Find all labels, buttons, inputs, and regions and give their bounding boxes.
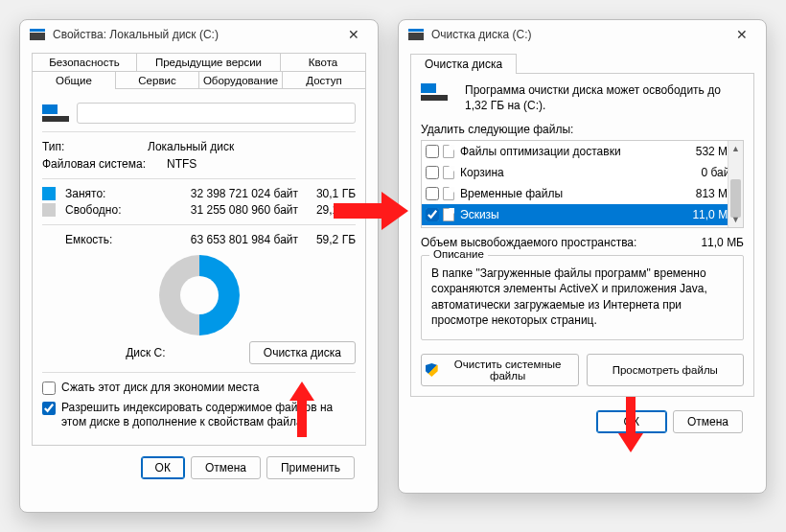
ok-button[interactable]: ОК bbox=[141, 456, 185, 479]
file-icon bbox=[443, 145, 454, 158]
used-swatch bbox=[42, 187, 56, 200]
titlebar[interactable]: Свойства: Локальный диск (C:) ✕ bbox=[20, 20, 378, 49]
disk-icon bbox=[42, 104, 77, 122]
compress-checkbox-row[interactable]: Сжать этот диск для экономии места bbox=[42, 381, 356, 395]
used-bytes: 32 398 721 024 байт bbox=[138, 187, 310, 200]
tab-quota[interactable]: Квота bbox=[281, 53, 366, 71]
tab-hardware[interactable]: Оборудование bbox=[199, 71, 283, 89]
tab-panel: Программа очистки диска может освободить… bbox=[410, 73, 754, 397]
free-bytes: 31 255 080 960 байт bbox=[138, 203, 310, 217]
used-label: Занято: bbox=[65, 187, 138, 200]
tab-previous-versions[interactable]: Предыдущие версии bbox=[137, 53, 281, 71]
cancel-button[interactable]: Отмена bbox=[673, 410, 743, 433]
tabs-row-top: Безопасность Предыдущие версии Квота bbox=[32, 53, 366, 71]
fs-label: Файловая система: bbox=[42, 157, 167, 171]
disk-cleanup-button[interactable]: Очистка диска bbox=[249, 341, 356, 364]
tab-content: Тип:Локальный диск Файловая система:NTFS… bbox=[32, 88, 366, 446]
description-legend: Описание bbox=[429, 248, 488, 260]
scroll-up-icon[interactable]: ▲ bbox=[728, 141, 743, 156]
free-gb: 29,1 ГБ bbox=[310, 203, 356, 217]
file-name: Корзина bbox=[460, 166, 682, 179]
file-name: Временные файлы bbox=[460, 187, 682, 200]
tab-general[interactable]: Общие bbox=[32, 71, 116, 89]
compress-checkbox[interactable] bbox=[42, 382, 56, 395]
drive-icon bbox=[421, 83, 455, 113]
file-list-row[interactable]: Временные файлы813 МБ bbox=[422, 183, 743, 204]
used-gb: 30,1 ГБ bbox=[310, 187, 356, 200]
file-icon bbox=[443, 208, 454, 221]
index-checkbox-row[interactable]: Разрешить индексировать содержимое файло… bbox=[42, 401, 356, 429]
file-icon bbox=[443, 166, 454, 179]
usage-donut-chart bbox=[159, 255, 240, 335]
type-value: Локальный диск bbox=[148, 140, 356, 153]
file-list-row[interactable]: Корзина0 байт bbox=[422, 162, 743, 183]
delete-files-label: Удалить следующие файлы: bbox=[421, 123, 744, 136]
file-name: Файлы оптимизации доставки bbox=[460, 145, 682, 158]
file-checkbox[interactable] bbox=[426, 187, 439, 200]
disk-label: Диск C: bbox=[42, 346, 249, 359]
close-icon[interactable]: ✕ bbox=[339, 27, 368, 42]
free-swatch bbox=[42, 203, 56, 217]
cap-label: Емкость: bbox=[65, 233, 138, 246]
file-list[interactable]: Файлы оптимизации доставки532 МБКорзина0… bbox=[421, 140, 744, 228]
tab-sharing[interactable]: Доступ bbox=[283, 71, 366, 89]
tab-cleanup[interactable]: Очистка диска bbox=[410, 54, 517, 74]
free-label: Свободно: bbox=[65, 203, 138, 217]
description-group: Описание В папке "Загруженные файлы прог… bbox=[421, 255, 744, 340]
clean-system-files-label: Очистить системные файлы bbox=[442, 359, 574, 382]
clean-system-files-button[interactable]: Очистить системные файлы bbox=[421, 354, 579, 386]
file-list-row[interactable]: Эскизы11,0 МБ bbox=[422, 204, 743, 225]
cap-gb: 59,2 ГБ bbox=[310, 233, 356, 246]
info-text: Программа очистки диска может освободить… bbox=[465, 83, 744, 113]
index-checkbox[interactable] bbox=[42, 402, 56, 415]
cancel-button[interactable]: Отмена bbox=[191, 456, 261, 479]
tab-security[interactable]: Безопасность bbox=[32, 53, 137, 71]
type-label: Тип: bbox=[42, 140, 148, 153]
file-checkbox[interactable] bbox=[426, 166, 439, 179]
file-list-row[interactable]: Файлы оптимизации доставки532 МБ bbox=[422, 141, 743, 162]
total-label: Объем высвобождаемого пространства: bbox=[421, 236, 701, 249]
properties-window: Свойства: Локальный диск (C:) ✕ Безопасн… bbox=[19, 19, 379, 513]
window-title: Свойства: Локальный диск (C:) bbox=[53, 28, 339, 41]
fs-value: NTFS bbox=[167, 157, 356, 171]
scrollbar[interactable]: ▲ ▼ bbox=[728, 141, 743, 227]
window-title: Очистка диска (C:) bbox=[431, 28, 728, 41]
shield-icon bbox=[426, 363, 438, 377]
close-icon[interactable]: ✕ bbox=[728, 27, 756, 42]
tab-tools[interactable]: Сервис bbox=[116, 71, 199, 89]
file-name: Эскизы bbox=[460, 208, 682, 221]
tabs-row-bottom: Общие Сервис Оборудование Доступ bbox=[32, 71, 366, 89]
total-value: 11,0 МБ bbox=[701, 236, 744, 249]
cleanup-window: Очистка диска (C:) ✕ Очистка диска Прогр… bbox=[398, 19, 767, 494]
view-files-button[interactable]: Просмотреть файлы bbox=[587, 354, 745, 386]
file-checkbox[interactable] bbox=[426, 208, 439, 221]
apply-button[interactable]: Применить bbox=[266, 456, 355, 479]
file-icon bbox=[443, 187, 454, 200]
compress-label: Сжать этот диск для экономии места bbox=[61, 381, 356, 395]
disk-name-input[interactable] bbox=[77, 103, 356, 124]
drive-icon bbox=[408, 29, 424, 40]
cap-bytes: 63 653 801 984 байт bbox=[138, 233, 310, 246]
description-text: В папке "Загруженные файлы программ" вре… bbox=[431, 266, 733, 328]
ok-button[interactable]: ОК bbox=[596, 410, 667, 433]
drive-icon bbox=[30, 29, 45, 40]
index-label: Разрешить индексировать содержимое файло… bbox=[61, 401, 356, 429]
file-checkbox[interactable] bbox=[426, 145, 439, 158]
scroll-down-icon[interactable]: ▼ bbox=[728, 212, 743, 227]
titlebar[interactable]: Очистка диска (C:) ✕ bbox=[399, 20, 766, 49]
